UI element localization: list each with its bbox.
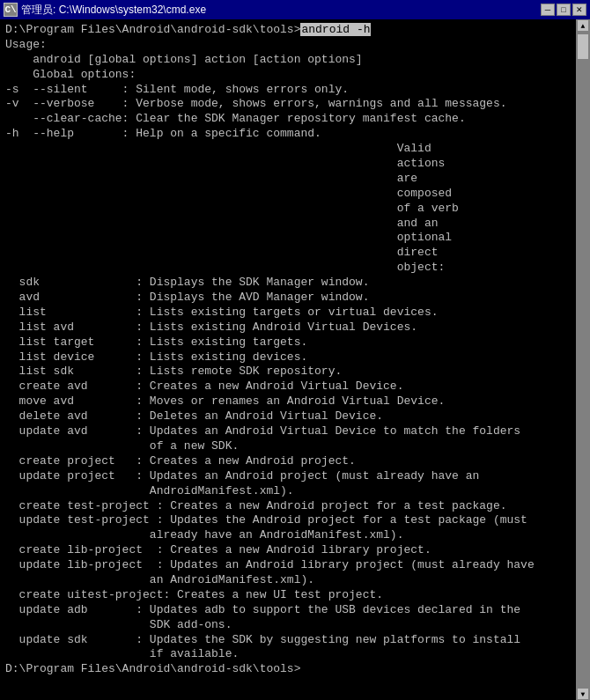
console-line: create lib-project : Creates a new Andro… bbox=[5, 543, 585, 558]
console-line: avd : Displays the AVD Manager window. bbox=[5, 291, 585, 306]
console-line: are bbox=[5, 172, 585, 187]
console-line: list avd : Lists existing Android Virtua… bbox=[5, 321, 585, 335]
console-line: an AndroidManifest.xml). bbox=[5, 573, 585, 588]
console-output: D:\Program Files\Android\android-sdk\too… bbox=[5, 23, 585, 677]
prompt-line-1: D:\Program Files\Android\android-sdk\too… bbox=[5, 23, 585, 38]
console-line: update avd : Updates an Android Virtual … bbox=[5, 424, 585, 439]
console-line: create uitest-project: Creates a new UI … bbox=[5, 588, 585, 603]
scroll-up-button[interactable]: ▲ bbox=[577, 19, 589, 32]
console-line: Usage: bbox=[5, 38, 585, 53]
console-line: android [global options] action [action … bbox=[5, 53, 585, 68]
app-icon: C\ bbox=[4, 3, 18, 17]
console-line: composed bbox=[5, 187, 585, 202]
console-line: list device : Lists existing devices. bbox=[5, 350, 585, 365]
console-line: update project : Updates an Android proj… bbox=[5, 469, 585, 484]
scroll-thumb[interactable] bbox=[577, 33, 589, 60]
console-line: and an bbox=[5, 217, 585, 232]
console-line: actions bbox=[5, 157, 585, 172]
console-line: optional bbox=[5, 231, 585, 246]
console-line: if available. bbox=[5, 647, 585, 662]
console-line: direct bbox=[5, 246, 585, 261]
console-line: create project : Creates a new Android p… bbox=[5, 454, 585, 469]
console-line: of a verb bbox=[5, 202, 585, 217]
console-line: update adb : Updates adb to support the … bbox=[5, 603, 585, 618]
console-line: update sdk : Updates the SDK by suggesti… bbox=[5, 633, 585, 648]
console-line: list sdk : Lists remote SDK repository. bbox=[5, 365, 585, 379]
console-line: D:\Program Files\Android\android-sdk\too… bbox=[5, 662, 585, 677]
console-line: already have an AndroidManifest.xml). bbox=[5, 528, 585, 543]
console-line: -h --help : Help on a specific command. bbox=[5, 127, 585, 142]
scrollbar[interactable]: ▲ ▼ bbox=[576, 19, 590, 700]
minimize-button[interactable]: ─ bbox=[541, 4, 555, 16]
console-line: update test-project : Updates the Androi… bbox=[5, 513, 585, 528]
console-window: D:\Program Files\Android\android-sdk\too… bbox=[0, 19, 590, 700]
scroll-down-button[interactable]: ▼ bbox=[577, 688, 589, 700]
console-line: -s --silent : Silent mode, shows errors … bbox=[5, 83, 585, 98]
window-controls: ─ □ ✕ bbox=[541, 4, 586, 16]
maximize-button[interactable]: □ bbox=[557, 4, 571, 16]
console-line: Valid bbox=[5, 142, 585, 157]
console-line: create avd : Creates a new Android Virtu… bbox=[5, 379, 585, 394]
window-title: 管理员: C:\Windows\system32\cmd.exe bbox=[21, 3, 541, 18]
console-line: move avd : Moves or renames an Android V… bbox=[5, 394, 585, 409]
console-line: create test-project : Creates a new Andr… bbox=[5, 499, 585, 514]
console-line: list : Lists existing targets or virtual… bbox=[5, 306, 585, 321]
command-highlight: android -h bbox=[300, 23, 371, 36]
console-line: AndroidManifest.xml). bbox=[5, 484, 585, 499]
console-line: --clear-cache: Clear the SDK Manager rep… bbox=[5, 112, 585, 127]
console-line: SDK add-ons. bbox=[5, 618, 585, 633]
title-bar: C\ 管理员: C:\Windows\system32\cmd.exe ─ □ … bbox=[0, 0, 590, 19]
console-line: -v --verbose : Verbose mode, shows error… bbox=[5, 97, 585, 112]
console-line: sdk : Displays the SDK Manager window. bbox=[5, 276, 585, 291]
console-line: delete avd : Deletes an Android Virtual … bbox=[5, 409, 585, 424]
console-line: Global options: bbox=[5, 68, 585, 83]
close-button[interactable]: ✕ bbox=[572, 4, 586, 16]
console-line: object: bbox=[5, 261, 585, 276]
console-line: list target : Lists existing targets. bbox=[5, 335, 585, 350]
console-line: of a new SDK. bbox=[5, 439, 585, 454]
console-line: update lib-project : Updates an Android … bbox=[5, 558, 585, 573]
